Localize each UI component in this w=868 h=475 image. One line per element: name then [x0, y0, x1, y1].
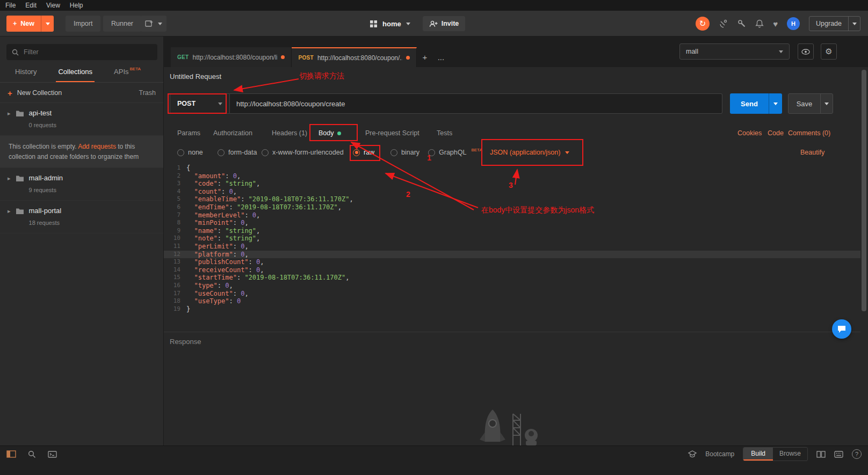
code-line[interactable]: 6 "endTime": "2019-08-18T07:36:11.170Z", — [164, 203, 860, 211]
settings-button[interactable]: ⚙ — [821, 43, 837, 60]
code-line[interactable]: 3 "code": "string", — [164, 180, 860, 188]
code-line[interactable]: 11 "perLimit": 0, — [164, 243, 860, 251]
body-mode-binary[interactable]: binary — [390, 149, 419, 156]
workspace-grid-icon[interactable] — [370, 20, 378, 28]
code-line[interactable]: 18 "useType": 0 — [164, 297, 860, 305]
code-line[interactable]: 9 "name": "string", — [164, 227, 860, 235]
code-lines[interactable]: 1{2 "amount": 0,3 "code": "string",4 "co… — [164, 164, 860, 313]
avatar[interactable]: H — [787, 17, 800, 30]
code-line[interactable]: 12 "platform": 0, — [164, 251, 860, 259]
environment-quick-look-button[interactable] — [798, 43, 814, 60]
sidebar-toggle-icon[interactable] — [6, 450, 16, 458]
workspace-name[interactable]: home — [382, 20, 401, 28]
browse-button[interactable]: Browse — [773, 448, 807, 461]
menu-help[interactable]: Help — [70, 2, 83, 9]
send-options-caret[interactable] — [769, 93, 782, 114]
beautify-link[interactable]: Beautify — [800, 149, 824, 156]
tab-options-button[interactable]: ... — [433, 47, 449, 67]
code-line[interactable]: 15 "startTime": "2019-08-18T07:36:11.170… — [164, 274, 860, 282]
url-input[interactable]: http://localhost:8080/coupon/create — [230, 93, 722, 114]
vertical-scrollbar[interactable] — [862, 70, 866, 311]
bell-icon[interactable] — [755, 19, 764, 28]
send-button[interactable]: Send — [730, 93, 782, 114]
method-select[interactable]: POST — [170, 93, 230, 114]
code-line[interactable]: 19} — [164, 305, 860, 313]
body-mode-none[interactable]: none — [177, 149, 203, 156]
filter-input[interactable] — [24, 48, 152, 56]
tab-body[interactable]: Body — [319, 129, 341, 137]
console-icon[interactable] — [48, 451, 57, 458]
cookies-link[interactable]: Cookies — [737, 129, 762, 137]
save-options-caret[interactable] — [820, 94, 833, 113]
tab-apis[interactable]: APIsBETA — [114, 61, 141, 82]
unsaved-dot-icon — [281, 55, 285, 59]
code-line[interactable]: 16 "type": 0, — [164, 282, 860, 290]
heart-icon[interactable]: ♥ — [773, 19, 778, 28]
two-pane-view-icon[interactable] — [816, 451, 826, 458]
code-line[interactable]: 5 "enableTime": "2019-08-18T07:36:11.170… — [164, 195, 860, 203]
content-type-select[interactable]: JSON (application/json) — [490, 149, 569, 156]
request-title[interactable]: Untitled Request — [170, 72, 221, 81]
body-mode-graphql[interactable]: GraphQLBETA — [428, 149, 482, 156]
new-button[interactable]: + New — [6, 16, 54, 32]
collection-row-mall-portal[interactable]: ▸ mall-portal 18 requests — [0, 201, 163, 233]
tab-headers[interactable]: Headers (1) — [272, 129, 307, 137]
caret-right-icon[interactable]: ▸ — [8, 208, 11, 215]
request-tab-get[interactable]: GET http://localhost:8080/coupon/li... — [171, 47, 292, 67]
menu-edit[interactable]: Edit — [25, 2, 37, 9]
save-button[interactable]: Save — [788, 93, 833, 114]
wrench-icon[interactable] — [737, 19, 746, 28]
tab-params[interactable]: Params — [177, 129, 200, 137]
keyboard-shortcuts-icon[interactable] — [834, 451, 843, 458]
import-button[interactable]: Import — [66, 16, 100, 32]
code-line[interactable]: 4 "count": 0, — [164, 188, 860, 196]
tab-collections[interactable]: Collections — [58, 61, 92, 82]
menu-file[interactable]: File — [5, 2, 16, 9]
upgrade-caret[interactable] — [848, 16, 860, 31]
code-link[interactable]: Code — [768, 129, 784, 137]
tab-history[interactable]: History — [15, 61, 37, 82]
caret-right-icon[interactable]: ▸ — [8, 110, 11, 117]
body-mode-urlencoded[interactable]: x-www-form-urlencoded — [262, 149, 344, 156]
body-mode-raw[interactable]: raw — [353, 149, 374, 156]
bootcamp-button[interactable]: Bootcamp — [705, 450, 734, 458]
code-line[interactable]: 13 "publishCount": 0, — [164, 258, 860, 266]
code-line[interactable]: 2 "amount": 0, — [164, 172, 860, 180]
request-tab-post[interactable]: POST http://localhost:8080/coupon/... — [292, 47, 416, 67]
tab-authorization[interactable]: Authorization — [213, 129, 252, 137]
upgrade-button[interactable]: Upgrade — [809, 16, 860, 31]
interceptor-satellite-icon[interactable] — [719, 19, 728, 28]
open-new-tab-button[interactable]: + — [417, 47, 433, 67]
code-line[interactable]: 7 "memberLevel": 0, — [164, 211, 860, 220]
find-icon[interactable] — [28, 450, 36, 458]
bootcamp-icon[interactable] — [688, 450, 697, 458]
new-window-button[interactable] — [141, 16, 167, 32]
trash-button[interactable]: Trash — [139, 89, 156, 97]
add-requests-link[interactable]: Add requests — [78, 143, 116, 150]
body-mode-form-data[interactable]: form-data — [218, 149, 257, 156]
collection-row-api-test[interactable]: ▸ api-test 0 requests — [0, 103, 163, 136]
menu-view[interactable]: View — [46, 2, 60, 9]
caret-right-icon[interactable]: ▸ — [8, 175, 11, 182]
radio-icon — [218, 149, 225, 156]
comments-link[interactable]: Comments (0) — [788, 129, 830, 137]
new-button-caret[interactable] — [41, 16, 54, 32]
tab-tests[interactable]: Tests — [437, 129, 452, 137]
workspace-caret-icon[interactable] — [406, 23, 410, 25]
code-line[interactable]: 8 "minPoint": 0, — [164, 219, 860, 227]
code-line[interactable]: 14 "receiveCount": 0, — [164, 266, 860, 274]
tab-pre-request-script[interactable]: Pre-request Script — [365, 129, 419, 137]
workspace-switcher: home Invite — [370, 16, 465, 32]
help-chat-bubble[interactable] — [832, 319, 851, 339]
new-collection-button[interactable]: New Collection — [17, 89, 62, 97]
environment-selector[interactable]: mall — [679, 43, 790, 60]
collection-row-mall-admin[interactable]: ▸ mall-admin 9 requests — [0, 168, 163, 201]
code-line[interactable]: 10 "note": "string", — [164, 235, 860, 243]
sync-icon[interactable]: ↻ — [696, 17, 710, 31]
invite-button[interactable]: Invite — [423, 16, 466, 31]
help-button[interactable]: ? — [852, 449, 862, 459]
code-line[interactable]: 1{ — [164, 164, 860, 172]
code-line[interactable]: 17 "useCount": 0, — [164, 290, 860, 298]
runner-button[interactable]: Runner — [103, 16, 141, 32]
build-button[interactable]: Build — [743, 448, 773, 461]
